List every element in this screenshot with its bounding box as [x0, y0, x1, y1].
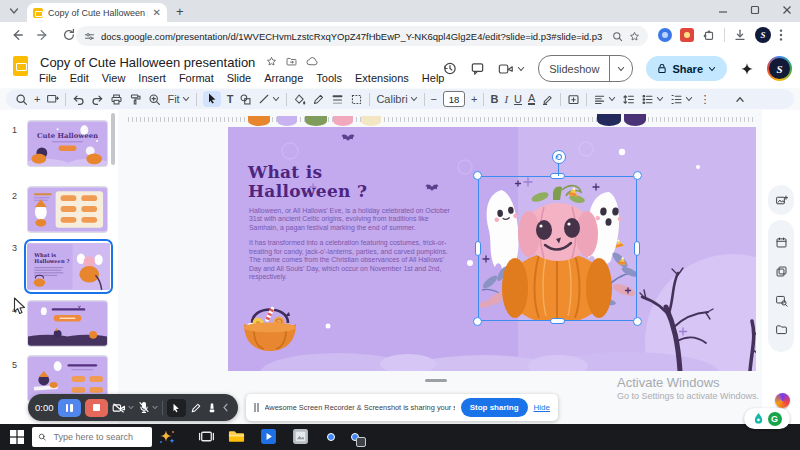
banner-drag-handle[interactable]: [254, 403, 259, 412]
resize-handle-se[interactable]: [633, 317, 642, 326]
floating-widget-pill[interactable]: G: [744, 408, 790, 429]
menu-slide[interactable]: Slide: [227, 72, 251, 84]
image-search-icon[interactable]: [775, 294, 788, 307]
slide-thumbnail-2[interactable]: [28, 187, 107, 232]
fill-color-icon[interactable]: [293, 93, 306, 106]
zoom-fit-select[interactable]: Fit: [167, 93, 189, 105]
menu-arrange[interactable]: Arrange: [264, 72, 303, 84]
browser-tab[interactable]: Copy of Cute Halloween presen ✕: [27, 3, 167, 22]
filmstrip-scrollbar[interactable]: [111, 113, 115, 165]
menu-tools[interactable]: Tools: [316, 72, 342, 84]
back-button[interactable]: [10, 28, 24, 42]
recorder-select-tool[interactable]: [167, 399, 186, 417]
font-size-decrease-button[interactable]: −: [431, 93, 437, 105]
insert-image-icon[interactable]: [775, 194, 788, 207]
collapse-toolbar-icon[interactable]: [735, 96, 745, 103]
paint-format-icon[interactable]: [129, 93, 142, 106]
numbered-list-button[interactable]: [670, 93, 693, 106]
menu-view[interactable]: View: [102, 72, 126, 84]
search-highlights-icon[interactable]: [158, 429, 176, 445]
resize-handle-e[interactable]: [634, 241, 640, 256]
rotate-handle[interactable]: [552, 150, 566, 164]
slides-app-icon[interactable]: [13, 56, 28, 76]
mic-toggle-button[interactable]: [138, 401, 158, 414]
download-icon[interactable]: [733, 28, 747, 42]
border-dash-icon[interactable]: [350, 93, 363, 106]
resize-handle-sw[interactable]: [473, 317, 482, 326]
share-dropdown-icon[interactable]: [708, 66, 716, 72]
taskbar-search-box[interactable]: [32, 427, 152, 447]
comment-icon[interactable]: [470, 61, 485, 76]
menu-format[interactable]: Format: [179, 72, 214, 84]
tab-close-icon[interactable]: ✕: [153, 8, 161, 18]
underline-button[interactable]: U: [514, 93, 522, 105]
italic-button[interactable]: I: [504, 93, 508, 105]
text-color-button[interactable]: A: [528, 93, 535, 105]
new-slide-button[interactable]: +: [34, 93, 40, 105]
slideshow-button[interactable]: Slideshow: [538, 55, 633, 82]
tab-search-chevron-icon[interactable]: [9, 7, 19, 15]
font-size-input[interactable]: 18: [443, 91, 465, 107]
hide-banner-link[interactable]: Hide: [534, 403, 550, 412]
browser-profile-avatar[interactable]: S: [755, 27, 771, 43]
start-button[interactable]: [10, 430, 24, 444]
border-color-icon[interactable]: [312, 93, 325, 106]
bulleted-list-button[interactable]: [641, 93, 664, 106]
new-slide-layout-icon[interactable]: [46, 93, 59, 106]
undo-icon[interactable]: [72, 93, 85, 106]
redo-icon[interactable]: [91, 93, 104, 106]
share-button[interactable]: Share: [646, 56, 727, 81]
slide-thumbnail-1[interactable]: Cute Halloween: [28, 121, 107, 166]
slide-thumbnail-3-selected[interactable]: What is Halloween ?: [24, 239, 113, 294]
file-explorer-button[interactable]: [228, 428, 245, 445]
calendar-icon[interactable]: [775, 236, 788, 249]
insert-line-button[interactable]: [258, 93, 280, 105]
extensions-puzzle-icon[interactable]: [702, 28, 716, 42]
folder-icon[interactable]: [775, 323, 788, 336]
font-size-increase-button[interactable]: +: [471, 93, 477, 105]
menu-edit[interactable]: Edit: [70, 72, 89, 84]
window-maximize-button[interactable]: [750, 5, 760, 15]
window-minimize-button[interactable]: [718, 5, 728, 15]
star-document-icon[interactable]: [266, 56, 277, 67]
reload-button[interactable]: [62, 28, 76, 42]
account-avatar[interactable]: S: [767, 56, 792, 81]
bookmark-star-icon[interactable]: [629, 31, 640, 42]
site-info-icon[interactable]: [84, 31, 95, 42]
textbox-tool-button[interactable]: T: [227, 93, 234, 105]
window-close-button[interactable]: [782, 5, 792, 15]
select-tool-button[interactable]: [203, 91, 221, 107]
menu-file[interactable]: File: [39, 72, 57, 84]
stop-recording-button[interactable]: [85, 399, 108, 417]
webcam-toggle-button[interactable]: [112, 402, 134, 414]
insert-shape-icon[interactable]: [239, 93, 252, 106]
slide-title-textbox[interactable]: What is Halloween ?: [248, 163, 372, 201]
slide-body-textbox[interactable]: Halloween, or All Hallows' Eve, is a hol…: [249, 207, 457, 288]
address-bar[interactable]: docs.google.com/presentation/d/1WVECHvmL…: [76, 26, 648, 46]
extension-blue-icon[interactable]: [658, 28, 672, 42]
menu-extensions[interactable]: Extensions: [355, 72, 409, 84]
search-menus-icon[interactable]: [15, 93, 28, 106]
speaker-notes-resize-handle[interactable]: [425, 379, 447, 382]
task-view-button[interactable]: [198, 428, 215, 445]
version-history-icon[interactable]: [442, 61, 457, 76]
selected-image[interactable]: [478, 176, 637, 321]
floating-extension-ball[interactable]: [775, 393, 790, 408]
align-button[interactable]: [593, 93, 616, 106]
resize-handle-s[interactable]: [550, 318, 565, 324]
more-options-button[interactable]: ⋮: [699, 93, 710, 106]
recorder-collapse-icon[interactable]: [222, 403, 229, 412]
line-spacing-icon[interactable]: [622, 93, 635, 106]
grey-app-button[interactable]: [292, 428, 309, 445]
recorder-pen-tool[interactable]: [190, 402, 202, 414]
print-icon[interactable]: [110, 93, 123, 106]
zoom-page-icon[interactable]: [612, 31, 623, 42]
resize-handle-ne[interactable]: [633, 171, 642, 180]
stop-sharing-button[interactable]: Stop sharing: [461, 398, 528, 417]
new-tab-button[interactable]: +: [176, 4, 184, 19]
pause-recording-button[interactable]: [58, 399, 81, 417]
zoom-in-icon[interactable]: [148, 93, 161, 106]
browser-menu-kebab-icon[interactable]: [779, 28, 783, 42]
menu-insert[interactable]: Insert: [138, 72, 166, 84]
insert-placeholder-icon[interactable]: [567, 93, 580, 106]
